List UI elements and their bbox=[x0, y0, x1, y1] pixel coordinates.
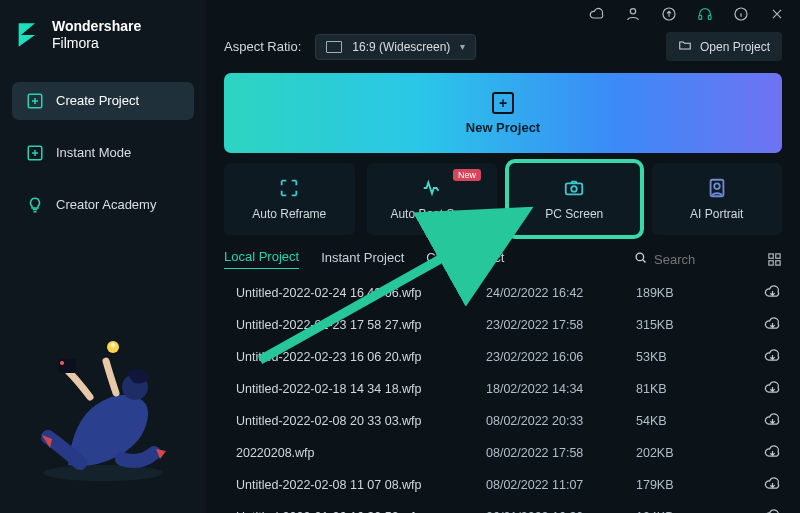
project-size: 179KB bbox=[636, 478, 716, 492]
app-title: Wondershare Filmora bbox=[52, 18, 141, 52]
svg-rect-4 bbox=[58, 359, 76, 373]
search-field[interactable] bbox=[633, 250, 744, 268]
project-date: 18/02/2022 14:34 bbox=[486, 382, 636, 396]
new-project-label: New Project bbox=[466, 120, 540, 135]
plus-icon: + bbox=[492, 92, 514, 114]
sidebar-item-label: Instant Mode bbox=[56, 145, 131, 160]
sidebar-illustration bbox=[12, 319, 194, 495]
project-row[interactable]: Untitled-2022-02-18 14 34 18.wfp18/02/20… bbox=[206, 373, 800, 405]
soundwave-icon bbox=[421, 177, 443, 199]
card-label: Auto Reframe bbox=[252, 207, 326, 221]
project-size: 202KB bbox=[636, 446, 716, 460]
aspect-ratio-label: Aspect Ratio: bbox=[224, 39, 301, 54]
lightbulb-icon bbox=[26, 196, 44, 214]
svg-point-2 bbox=[43, 465, 163, 481]
filmora-logo-icon bbox=[14, 21, 42, 49]
svg-point-5 bbox=[60, 361, 64, 365]
project-size: 53KB bbox=[636, 350, 716, 364]
project-tabs: Local Project Instant Project Cloud Proj… bbox=[206, 249, 800, 269]
aspect-ratio-value: 16:9 (Widescreen) bbox=[352, 40, 450, 54]
feature-cards: Auto Reframe New Auto Beat Sync PC Scree… bbox=[224, 163, 782, 235]
close-icon[interactable] bbox=[768, 5, 786, 23]
project-date: 08/02/2022 20:33 bbox=[486, 414, 636, 428]
card-label: PC Screen bbox=[545, 207, 603, 221]
open-project-label: Open Project bbox=[700, 40, 770, 54]
app-logo: Wondershare Filmora bbox=[12, 18, 194, 52]
tab-cloud-project[interactable]: Cloud Project bbox=[426, 250, 504, 269]
svg-rect-12 bbox=[566, 183, 583, 194]
project-size: 81KB bbox=[636, 382, 716, 396]
aspect-ratio-select[interactable]: 16:9 (Widescreen) ▾ bbox=[315, 34, 476, 60]
svg-rect-19 bbox=[768, 260, 772, 264]
svg-rect-17 bbox=[768, 253, 772, 257]
project-name: Untitled-2022-02-24 16 42 06.wfp bbox=[236, 286, 486, 300]
card-label: AI Portrait bbox=[690, 207, 743, 221]
reframe-icon bbox=[278, 177, 300, 199]
user-icon[interactable] bbox=[624, 5, 642, 23]
sidebar-item-instant-mode[interactable]: Instant Mode bbox=[12, 134, 194, 172]
card-label: Auto Beat Sync bbox=[390, 207, 473, 221]
project-row[interactable]: Untitled-2022-02-24 16 42 06.wfp24/02/20… bbox=[206, 277, 800, 309]
cloud-download-icon[interactable] bbox=[764, 508, 782, 513]
project-list: Untitled-2022-02-24 16 42 06.wfp24/02/20… bbox=[206, 277, 800, 513]
cloud-icon[interactable] bbox=[588, 5, 606, 23]
camera-icon bbox=[563, 177, 585, 199]
project-row[interactable]: Untitled-2022-02-08 20 33 03.wfp08/02/20… bbox=[206, 405, 800, 437]
cloud-download-icon[interactable] bbox=[764, 412, 782, 430]
cloud-download-icon[interactable] bbox=[764, 284, 782, 302]
project-date: 24/02/2022 16:42 bbox=[486, 286, 636, 300]
svg-rect-9 bbox=[699, 15, 702, 19]
headphones-icon[interactable] bbox=[696, 5, 714, 23]
tab-instant-project[interactable]: Instant Project bbox=[321, 250, 404, 269]
new-badge: New bbox=[453, 169, 481, 181]
toolbar: Aspect Ratio: 16:9 (Widescreen) ▾ Open P… bbox=[206, 28, 800, 73]
project-name: Untitled-2022-02-08 11 07 08.wfp bbox=[236, 478, 486, 492]
card-auto-beat-sync[interactable]: New Auto Beat Sync bbox=[367, 163, 498, 235]
project-row[interactable]: Untitled-2022-02-23 17 58 27.wfp23/02/20… bbox=[206, 309, 800, 341]
sidebar-item-label: Create Project bbox=[56, 93, 139, 108]
svg-point-16 bbox=[636, 253, 644, 261]
cloud-download-icon[interactable] bbox=[764, 444, 782, 462]
project-name: Untitled-2022-02-08 20 33 03.wfp bbox=[236, 414, 486, 428]
project-row[interactable]: Untitled-2022-01-26 16 30 52.wfp26/01/20… bbox=[206, 501, 800, 513]
card-ai-portrait[interactable]: AI Portrait bbox=[652, 163, 783, 235]
project-row[interactable]: 20220208.wfp08/02/2022 17:58202KB bbox=[206, 437, 800, 469]
svg-point-15 bbox=[714, 183, 720, 189]
project-name: Untitled-2022-02-18 14 34 18.wfp bbox=[236, 382, 486, 396]
cloud-download-icon[interactable] bbox=[764, 476, 782, 494]
grid-view-icon[interactable] bbox=[766, 251, 782, 267]
tab-local-project[interactable]: Local Project bbox=[224, 249, 299, 269]
svg-point-7 bbox=[630, 9, 635, 14]
upload-icon[interactable] bbox=[660, 5, 678, 23]
project-row[interactable]: Untitled-2022-02-08 11 07 08.wfp08/02/20… bbox=[206, 469, 800, 501]
search-input[interactable] bbox=[654, 252, 744, 267]
cloud-download-icon[interactable] bbox=[764, 348, 782, 366]
project-date: 23/02/2022 16:06 bbox=[486, 350, 636, 364]
aspect-rect-icon bbox=[326, 41, 342, 53]
svg-rect-20 bbox=[775, 260, 779, 264]
titlebar bbox=[206, 0, 800, 28]
project-row[interactable]: Untitled-2022-02-23 16 06 20.wfp23/02/20… bbox=[206, 341, 800, 373]
new-project-button[interactable]: + New Project bbox=[224, 73, 782, 153]
sidebar: Wondershare Filmora Create Project Insta… bbox=[0, 0, 206, 513]
open-project-button[interactable]: Open Project bbox=[666, 32, 782, 61]
project-name: Untitled-2022-02-23 17 58 27.wfp bbox=[236, 318, 486, 332]
cloud-download-icon[interactable] bbox=[764, 316, 782, 334]
chevron-down-icon: ▾ bbox=[460, 41, 465, 52]
sidebar-item-create-project[interactable]: Create Project bbox=[12, 82, 194, 120]
svg-rect-18 bbox=[775, 253, 779, 257]
sidebar-item-creator-academy[interactable]: Creator Academy bbox=[12, 186, 194, 224]
project-size: 54KB bbox=[636, 414, 716, 428]
project-name: 20220208.wfp bbox=[236, 446, 486, 460]
search-icon bbox=[633, 250, 648, 268]
card-pc-screen[interactable]: PC Screen bbox=[509, 163, 640, 235]
brand-line1: Wondershare bbox=[52, 18, 141, 35]
card-auto-reframe[interactable]: Auto Reframe bbox=[224, 163, 355, 235]
cloud-download-icon[interactable] bbox=[764, 380, 782, 398]
info-icon[interactable] bbox=[732, 5, 750, 23]
project-size: 189KB bbox=[636, 286, 716, 300]
plus-square-icon bbox=[26, 144, 44, 162]
svg-rect-10 bbox=[708, 15, 711, 19]
main-content: Aspect Ratio: 16:9 (Widescreen) ▾ Open P… bbox=[206, 0, 800, 513]
svg-point-13 bbox=[572, 186, 578, 192]
